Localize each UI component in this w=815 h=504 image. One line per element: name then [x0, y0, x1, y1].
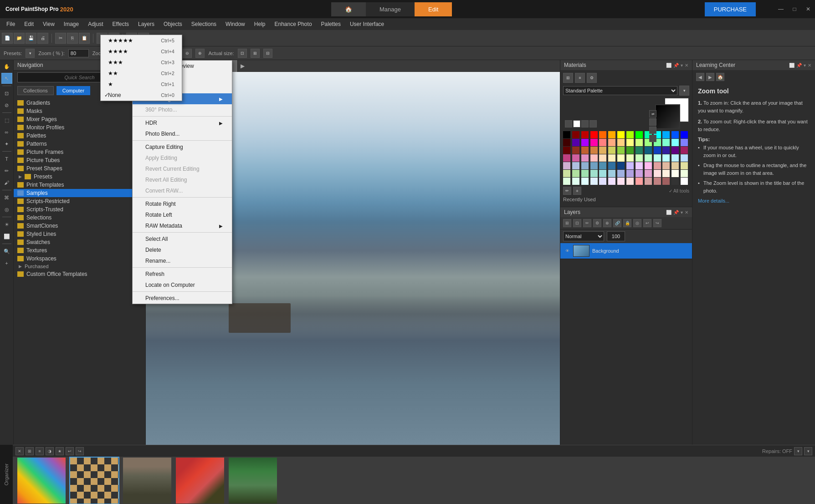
- color-cell[interactable]: [572, 131, 579, 138]
- color-cell[interactable]: [608, 154, 615, 162]
- menu-item-selections[interactable]: Selections: [187, 20, 221, 29]
- color-cell[interactable]: [617, 178, 625, 185]
- color-cell[interactable]: [572, 154, 579, 162]
- color-cell[interactable]: [645, 162, 652, 169]
- color-cell[interactable]: [671, 178, 679, 185]
- ctx-rotate-left[interactable]: Rotate Left: [133, 209, 232, 220]
- color-cell[interactable]: [608, 170, 615, 177]
- ctx-refresh[interactable]: Refresh: [133, 269, 232, 280]
- blend-mode-select[interactable]: Normal: [563, 231, 604, 241]
- ctx-rename[interactable]: Rename...: [133, 255, 232, 266]
- mat-extra-3[interactable]: [581, 120, 589, 127]
- mat-all-tools-btn[interactable]: ✓ All tools: [583, 188, 689, 193]
- color-cell[interactable]: [563, 131, 570, 138]
- color-cell[interactable]: [617, 170, 625, 177]
- menu-item-window[interactable]: Window: [221, 20, 250, 29]
- cut-btn[interactable]: ✂: [55, 33, 66, 44]
- layers-tool-1[interactable]: ⊞: [563, 219, 571, 227]
- ctx-delete[interactable]: Delete: [133, 244, 232, 255]
- ctx-rotate-right[interactable]: Rotate Right: [133, 199, 232, 209]
- color-cell[interactable]: [608, 162, 615, 169]
- tree-item-monitor[interactable]: Monitor Profiles: [14, 123, 145, 132]
- fit-btn[interactable]: ⊞: [251, 49, 260, 58]
- learn-forward-btn[interactable]: ▶: [706, 73, 714, 81]
- color-cell[interactable]: [626, 147, 634, 154]
- color-cell[interactable]: [681, 147, 688, 154]
- tab-computer[interactable]: Computer: [56, 86, 90, 95]
- ctx-preferences[interactable]: Preferences...: [133, 293, 232, 304]
- color-cell[interactable]: [681, 139, 688, 146]
- mat-extra-1[interactable]: [565, 120, 572, 127]
- select-tool[interactable]: ↖: [1, 73, 12, 84]
- color-cell[interactable]: [681, 131, 688, 138]
- layers-tool-3[interactable]: ✏: [583, 219, 591, 227]
- layers-expand[interactable]: ⬜: [666, 210, 671, 215]
- rating-1star[interactable]: ★ Ctrl+1: [101, 79, 182, 90]
- eraser-tool[interactable]: ⬜: [1, 231, 12, 242]
- rating-3stars[interactable]: ★★★ Ctrl+3: [101, 60, 182, 68]
- text-tool[interactable]: T: [1, 153, 12, 164]
- menu-item-help[interactable]: Help: [250, 20, 270, 29]
- zoom-more-out[interactable]: ⊖: [183, 49, 192, 58]
- new-btn[interactable]: 📄: [2, 33, 13, 44]
- color-cell[interactable]: [599, 154, 606, 162]
- menu-item-layers[interactable]: Layers: [133, 20, 159, 29]
- tree-item-frames[interactable]: Picture Frames: [14, 148, 145, 156]
- star-filter-btn[interactable]: ★: [56, 447, 64, 455]
- open-btn[interactable]: 📁: [14, 33, 25, 44]
- tree-item-patterns[interactable]: Patterns: [14, 140, 145, 148]
- pan-tool[interactable]: ✋: [1, 61, 12, 72]
- tree-item-textures[interactable]: Textures: [14, 246, 145, 255]
- color-cell[interactable]: [654, 154, 661, 162]
- tree-item-selections[interactable]: Selections: [14, 214, 145, 222]
- learn-back-btn[interactable]: ◀: [696, 73, 704, 81]
- mat-extra-4[interactable]: [589, 120, 597, 127]
- zoom-tool[interactable]: 🔍: [1, 246, 12, 257]
- tree-item-palettes[interactable]: Palettes: [14, 132, 145, 140]
- color-cell[interactable]: [563, 147, 570, 154]
- lasso-tool[interactable]: ∞: [1, 127, 12, 137]
- crop-tool[interactable]: ⊡: [1, 88, 12, 99]
- color-cell[interactable]: [581, 162, 589, 169]
- layer-item-background[interactable]: 👁 Background: [560, 243, 692, 259]
- color-cell[interactable]: [617, 147, 625, 154]
- materials-close[interactable]: ✕: [685, 63, 688, 68]
- color-cell[interactable]: [581, 147, 589, 154]
- magic-wand-tool[interactable]: ✦: [1, 138, 12, 149]
- color-cell[interactable]: [671, 131, 679, 138]
- preset-dropdown[interactable]: ▾: [26, 49, 35, 58]
- tree-item-print-templates[interactable]: Print Templates: [14, 181, 145, 189]
- color-cell[interactable]: [645, 147, 652, 154]
- menu-item-enhance-photo[interactable]: Enhance Photo: [270, 20, 316, 29]
- menu-item-adjust[interactable]: Adjust: [83, 20, 108, 29]
- color-cell[interactable]: [671, 139, 679, 146]
- color-cell[interactable]: [671, 147, 679, 154]
- color-cell[interactable]: [590, 178, 598, 185]
- tree-item-masks[interactable]: Masks: [14, 107, 145, 115]
- color-cell[interactable]: [636, 178, 643, 185]
- color-cell[interactable]: [563, 162, 570, 169]
- color-cell[interactable]: [626, 154, 634, 162]
- fit2-btn[interactable]: ⊟: [263, 49, 272, 58]
- color-cell[interactable]: [662, 139, 670, 146]
- repairs-dropdown[interactable]: ▾: [794, 447, 802, 455]
- color-cell[interactable]: [681, 178, 688, 185]
- add-tool[interactable]: +: [1, 258, 12, 269]
- mat-list-view[interactable]: ≡: [575, 73, 585, 83]
- color-cell[interactable]: [681, 154, 688, 162]
- learning-menu[interactable]: ▾: [804, 63, 806, 68]
- color-cell[interactable]: [681, 162, 688, 169]
- materials-menu[interactable]: ▾: [681, 63, 683, 68]
- layers-close[interactable]: ✕: [685, 210, 688, 215]
- color-cell[interactable]: [608, 147, 615, 154]
- purchase-button[interactable]: PURCHASE: [705, 2, 756, 16]
- color-cell[interactable]: [626, 131, 634, 138]
- materials-pin[interactable]: 📌: [673, 63, 679, 68]
- list-view-btn[interactable]: ≡: [36, 447, 44, 455]
- layers-tool-2[interactable]: ⊡: [573, 219, 581, 227]
- color-cell[interactable]: [599, 139, 606, 146]
- save2-btn[interactable]: 🖨: [37, 33, 48, 44]
- color-cell[interactable]: [636, 162, 643, 169]
- color-cell[interactable]: [599, 162, 606, 169]
- redo-btn-bottom[interactable]: ↪: [76, 447, 84, 455]
